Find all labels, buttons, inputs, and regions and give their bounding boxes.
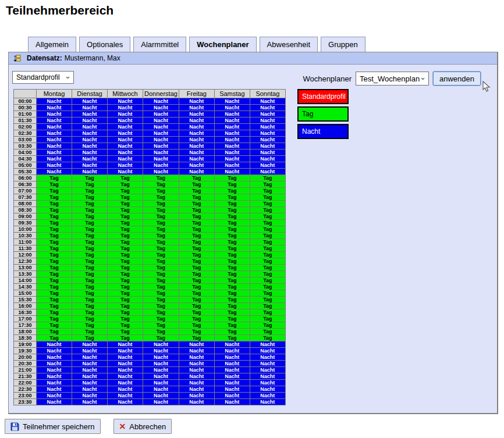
- schedule-cell[interactable]: Nacht: [214, 380, 250, 386]
- schedule-cell[interactable]: Nacht: [37, 130, 72, 137]
- schedule-cell[interactable]: Tag: [179, 284, 214, 290]
- schedule-cell[interactable]: Tag: [143, 207, 179, 213]
- schedule-cell[interactable]: Nacht: [250, 367, 285, 373]
- schedule-cell[interactable]: Tag: [214, 265, 250, 271]
- schedule-cell[interactable]: Nacht: [108, 361, 143, 367]
- schedule-cell[interactable]: Tag: [143, 239, 179, 245]
- schedule-cell[interactable]: Nacht: [214, 111, 250, 117]
- schedule-cell[interactable]: Tag: [214, 335, 250, 341]
- schedule-cell[interactable]: Tag: [179, 329, 214, 335]
- schedule-cell[interactable]: Nacht: [250, 137, 285, 143]
- schedule-cell[interactable]: Nacht: [72, 399, 108, 405]
- schedule-cell[interactable]: Nacht: [214, 399, 250, 405]
- profile-select[interactable]: Standardprofil ⌄: [12, 71, 74, 84]
- schedule-cell[interactable]: Nacht: [108, 386, 143, 393]
- schedule-cell[interactable]: Tag: [179, 201, 214, 207]
- schedule-cell[interactable]: Tag: [250, 303, 285, 309]
- schedule-cell[interactable]: Nacht: [143, 143, 179, 149]
- schedule-cell[interactable]: Tag: [214, 284, 250, 290]
- schedule-cell[interactable]: Tag: [179, 181, 214, 188]
- schedule-cell[interactable]: Nacht: [72, 380, 108, 386]
- schedule-cell[interactable]: Nacht: [250, 105, 285, 111]
- schedule-cell[interactable]: Tag: [143, 233, 179, 239]
- schedule-cell[interactable]: Nacht: [72, 361, 108, 367]
- schedule-cell[interactable]: Nacht: [72, 341, 108, 348]
- schedule-cell[interactable]: Nacht: [108, 393, 143, 399]
- schedule-cell[interactable]: Nacht: [108, 149, 143, 156]
- schedule-cell[interactable]: Nacht: [143, 361, 179, 367]
- schedule-cell[interactable]: Tag: [72, 201, 108, 207]
- schedule-cell[interactable]: Tag: [214, 258, 250, 265]
- schedule-cell[interactable]: Tag: [250, 322, 285, 329]
- schedule-cell[interactable]: Nacht: [37, 124, 72, 130]
- schedule-cell[interactable]: Nacht: [250, 393, 285, 399]
- schedule-cell[interactable]: Tag: [108, 303, 143, 309]
- schedule-cell[interactable]: Nacht: [179, 124, 214, 130]
- schedule-cell[interactable]: Tag: [72, 245, 108, 252]
- schedule-cell[interactable]: Tag: [179, 335, 214, 341]
- schedule-cell[interactable]: Tag: [37, 284, 72, 290]
- schedule-cell[interactable]: Nacht: [72, 373, 108, 380]
- schedule-cell[interactable]: Tag: [214, 277, 250, 284]
- schedule-cell[interactable]: Tag: [72, 207, 108, 213]
- schedule-cell[interactable]: Nacht: [214, 348, 250, 354]
- schedule-cell[interactable]: Tag: [214, 309, 250, 316]
- schedule-cell[interactable]: Nacht: [179, 143, 214, 149]
- schedule-cell[interactable]: Nacht: [37, 348, 72, 354]
- apply-button[interactable]: anwenden: [433, 72, 481, 86]
- schedule-cell[interactable]: Tag: [37, 303, 72, 309]
- schedule-cell[interactable]: Tag: [214, 322, 250, 329]
- schedule-cell[interactable]: Tag: [72, 213, 108, 220]
- schedule-cell[interactable]: Tag: [72, 309, 108, 316]
- schedule-cell[interactable]: Tag: [108, 207, 143, 213]
- schedule-cell[interactable]: Nacht: [179, 380, 214, 386]
- schedule-cell[interactable]: Tag: [214, 303, 250, 309]
- schedule-cell[interactable]: Nacht: [108, 105, 143, 111]
- schedule-cell[interactable]: Nacht: [72, 143, 108, 149]
- schedule-cell[interactable]: Tag: [214, 271, 250, 277]
- schedule-cell[interactable]: Nacht: [143, 354, 179, 361]
- schedule-cell[interactable]: Nacht: [37, 156, 72, 162]
- schedule-cell[interactable]: Tag: [37, 213, 72, 220]
- schedule-cell[interactable]: Nacht: [37, 341, 72, 348]
- schedule-cell[interactable]: Nacht: [108, 124, 143, 130]
- schedule-cell[interactable]: Nacht: [214, 137, 250, 143]
- legend-item-tag[interactable]: Tag: [297, 106, 349, 122]
- schedule-cell[interactable]: Tag: [143, 226, 179, 233]
- schedule-cell[interactable]: Tag: [72, 329, 108, 335]
- schedule-cell[interactable]: Nacht: [179, 156, 214, 162]
- cancel-button[interactable]: ✕ Abbrechen: [113, 419, 172, 434]
- schedule-cell[interactable]: Tag: [37, 201, 72, 207]
- schedule-cell[interactable]: Tag: [37, 226, 72, 233]
- schedule-cell[interactable]: Nacht: [37, 367, 72, 373]
- schedule-cell[interactable]: Tag: [250, 329, 285, 335]
- schedule-cell[interactable]: Nacht: [72, 105, 108, 111]
- schedule-cell[interactable]: Nacht: [250, 386, 285, 393]
- schedule-cell[interactable]: Nacht: [179, 130, 214, 137]
- schedule-cell[interactable]: Nacht: [179, 393, 214, 399]
- schedule-cell[interactable]: Nacht: [250, 361, 285, 367]
- schedule-cell[interactable]: Tag: [250, 194, 285, 201]
- schedule-cell[interactable]: Nacht: [250, 354, 285, 361]
- schedule-cell[interactable]: Tag: [250, 175, 285, 181]
- schedule-cell[interactable]: Tag: [72, 277, 108, 284]
- schedule-cell[interactable]: Tag: [72, 297, 108, 303]
- schedule-cell[interactable]: Nacht: [179, 105, 214, 111]
- schedule-cell[interactable]: Nacht: [214, 105, 250, 111]
- schedule-cell[interactable]: Nacht: [214, 143, 250, 149]
- schedule-cell[interactable]: Nacht: [179, 341, 214, 348]
- schedule-cell[interactable]: Tag: [214, 290, 250, 297]
- schedule-cell[interactable]: Tag: [108, 309, 143, 316]
- schedule-cell[interactable]: Nacht: [179, 149, 214, 156]
- schedule-cell[interactable]: Tag: [250, 239, 285, 245]
- schedule-cell[interactable]: Tag: [72, 303, 108, 309]
- schedule-cell[interactable]: Tag: [72, 322, 108, 329]
- schedule-cell[interactable]: Tag: [214, 201, 250, 207]
- schedule-cell[interactable]: Nacht: [72, 169, 108, 175]
- schedule-cell[interactable]: Nacht: [250, 143, 285, 149]
- schedule-cell[interactable]: Tag: [250, 284, 285, 290]
- schedule-cell[interactable]: Nacht: [108, 380, 143, 386]
- schedule-cell[interactable]: Nacht: [250, 111, 285, 117]
- schedule-cell[interactable]: Nacht: [143, 156, 179, 162]
- schedule-cell[interactable]: Nacht: [37, 111, 72, 117]
